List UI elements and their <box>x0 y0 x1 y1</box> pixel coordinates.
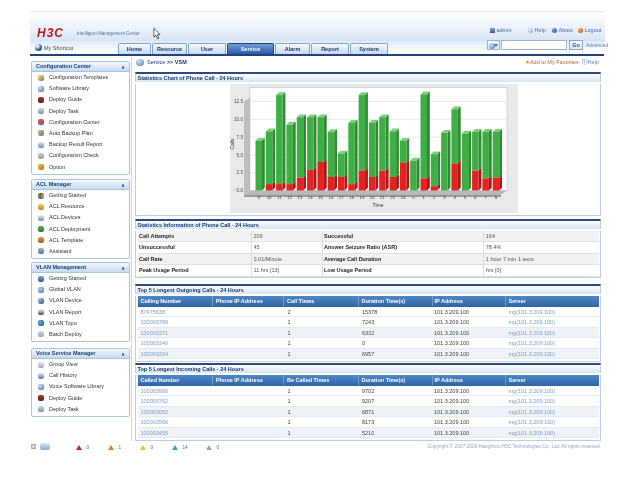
svg-text:10: 10 <box>267 195 272 200</box>
svg-text:7.5: 7.5 <box>237 135 244 140</box>
svg-text:2.5: 2.5 <box>237 170 244 175</box>
svg-text:23: 23 <box>401 195 406 200</box>
svg-text:15: 15 <box>318 195 323 200</box>
svg-text:10.0: 10.0 <box>234 117 243 122</box>
svg-text:19: 19 <box>359 195 364 200</box>
svg-text:18: 18 <box>349 195 354 200</box>
svg-text:0.0: 0.0 <box>237 188 244 193</box>
svg-text:12.5: 12.5 <box>234 99 243 104</box>
svg-text:20: 20 <box>370 195 375 200</box>
svg-text:12: 12 <box>287 195 292 200</box>
svg-text:Time: Time <box>373 202 384 208</box>
svg-text:22: 22 <box>390 195 395 200</box>
svg-text:17: 17 <box>339 195 344 200</box>
svg-text:21: 21 <box>380 195 385 200</box>
svg-text:16: 16 <box>328 195 333 200</box>
svg-text:14: 14 <box>308 195 313 200</box>
svg-text:5.0: 5.0 <box>237 153 244 158</box>
svg-text:11: 11 <box>277 195 282 200</box>
svg-text:13: 13 <box>298 195 303 200</box>
svg-text:Calls: Calls <box>230 138 235 150</box>
